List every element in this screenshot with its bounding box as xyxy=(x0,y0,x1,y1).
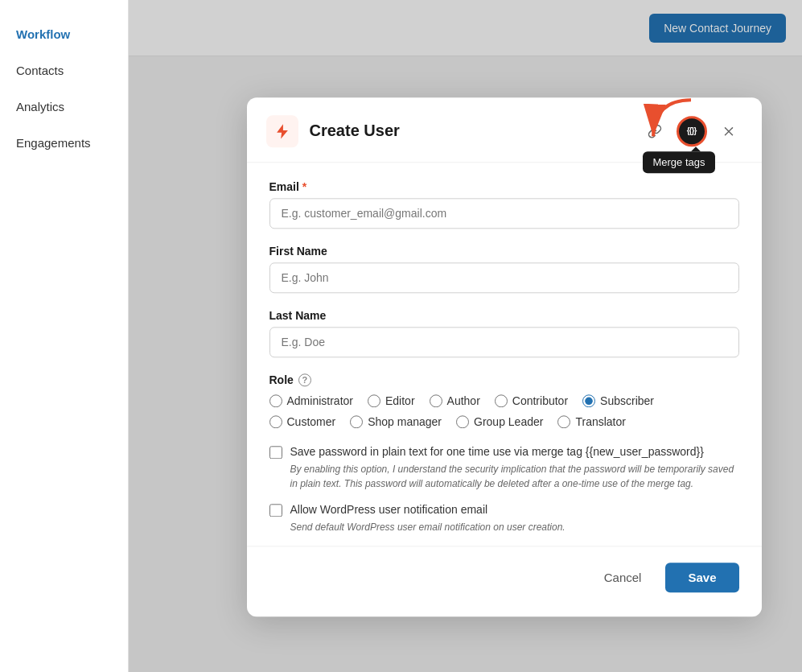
role-row-2: Customer Shop manager Group Leader Trans… xyxy=(269,415,739,428)
modal-header: Create User {{}} Merge tags xyxy=(247,97,762,163)
merge-tags-icon: {{}} xyxy=(687,126,697,135)
save-password-group: Save password in plain text for one time… xyxy=(269,444,739,491)
sidebar-label-contacts: Contacts xyxy=(16,64,64,77)
sidebar-item-workflow[interactable]: Workflow xyxy=(0,16,128,52)
role-author-label: Author xyxy=(447,394,480,407)
role-shopmanager-label: Shop manager xyxy=(368,415,442,428)
radio-groupleader[interactable] xyxy=(456,415,469,428)
firstname-input[interactable] xyxy=(269,262,739,293)
role-author[interactable]: Author xyxy=(430,394,480,407)
create-user-modal: Create User {{}} Merge tags xyxy=(247,97,762,616)
email-input[interactable] xyxy=(269,198,739,229)
radio-translator[interactable] xyxy=(557,415,570,428)
role-translator[interactable]: Translator xyxy=(557,415,626,428)
role-customer[interactable]: Customer xyxy=(269,415,336,428)
save-password-label-text: Save password in plain text for one time… xyxy=(290,445,704,458)
role-contributor-label: Contributor xyxy=(512,394,568,407)
sidebar-label-engagements: Engagements xyxy=(16,136,91,150)
role-shopmanager[interactable]: Shop manager xyxy=(350,415,442,428)
modal-title: Create User xyxy=(310,122,641,140)
sidebar-label-analytics: Analytics xyxy=(16,100,64,113)
save-password-checkbox[interactable] xyxy=(269,446,282,459)
cancel-button[interactable]: Cancel xyxy=(590,563,656,592)
modal-footer: Cancel Save xyxy=(247,546,762,592)
lastname-input[interactable] xyxy=(269,327,739,357)
firstname-label: First Name xyxy=(269,245,739,258)
merge-tags-container: {{}} Merge tags xyxy=(677,116,707,146)
role-help-icon[interactable]: ? xyxy=(298,373,311,386)
role-editor-label: Editor xyxy=(385,394,415,407)
link-icon xyxy=(648,124,662,138)
lightning-icon xyxy=(274,122,291,140)
role-section: Role ? Administrator Editor Author xyxy=(269,373,739,428)
role-subscriber-label: Subscriber xyxy=(600,394,654,407)
cancel-label: Cancel xyxy=(604,571,642,584)
required-indicator: * xyxy=(302,180,306,193)
email-label: Email * xyxy=(269,180,739,193)
allow-notification-desc: Send default WordPress user email notifi… xyxy=(290,520,566,534)
role-label: Role ? xyxy=(269,373,739,386)
save-password-label[interactable]: Save password in plain text for one time… xyxy=(290,445,704,458)
close-icon xyxy=(722,124,736,138)
allow-notification-checkbox[interactable] xyxy=(269,504,282,517)
role-groupleader[interactable]: Group Leader xyxy=(456,415,543,428)
lastname-group: Last Name xyxy=(269,309,739,357)
role-translator-label: Translator xyxy=(575,415,626,428)
allow-notification-label-text: Allow WordPress user notification email xyxy=(290,503,488,516)
radio-shopmanager[interactable] xyxy=(350,415,363,428)
role-contributor[interactable]: Contributor xyxy=(495,394,568,407)
radio-subscriber[interactable] xyxy=(582,394,595,407)
lastname-label: Last Name xyxy=(269,309,739,322)
role-label-text: Role xyxy=(269,373,294,386)
tooltip-text: Merge tags xyxy=(652,156,705,168)
email-label-text: Email xyxy=(269,180,299,193)
sidebar: Workflow Contacts Analytics Engagements xyxy=(0,0,129,672)
radio-author[interactable] xyxy=(430,394,442,407)
sidebar-label-workflow: Workflow xyxy=(16,27,70,41)
save-password-desc: By enabling this option, I understand th… xyxy=(290,462,739,491)
radio-customer[interactable] xyxy=(269,415,282,428)
role-administrator[interactable]: Administrator xyxy=(269,394,353,407)
role-administrator-label: Administrator xyxy=(287,394,353,407)
merge-tags-button[interactable]: {{}} xyxy=(677,116,707,146)
modal-actions: {{}} Merge tags xyxy=(641,116,742,146)
role-customer-label: Customer xyxy=(287,415,336,428)
link-button[interactable] xyxy=(641,117,668,145)
role-groupleader-label: Group Leader xyxy=(474,415,543,428)
allow-notification-label[interactable]: Allow WordPress user notification email xyxy=(290,503,488,516)
sidebar-item-analytics[interactable]: Analytics xyxy=(0,89,128,125)
modal-body: Email * First Name Last Name Role ? xyxy=(247,163,762,534)
email-group: Email * xyxy=(269,180,739,229)
firstname-group: First Name xyxy=(269,245,739,293)
modal-icon xyxy=(266,115,298,147)
save-label: Save xyxy=(688,571,716,584)
radio-editor[interactable] xyxy=(368,394,380,407)
close-button[interactable] xyxy=(715,117,742,145)
role-row-1: Administrator Editor Author Contributor … xyxy=(269,394,739,407)
sidebar-item-engagements[interactable]: Engagements xyxy=(0,125,128,161)
lastname-label-text: Last Name xyxy=(269,309,327,322)
role-subscriber[interactable]: Subscriber xyxy=(582,394,654,407)
radio-contributor[interactable] xyxy=(495,394,508,407)
allow-notification-group: Allow WordPress user notification email … xyxy=(269,502,739,534)
radio-administrator[interactable] xyxy=(269,394,282,407)
sidebar-item-contacts[interactable]: Contacts xyxy=(0,52,128,89)
merge-tags-tooltip: Merge tags xyxy=(643,151,714,173)
save-button[interactable]: Save xyxy=(665,563,738,592)
firstname-label-text: First Name xyxy=(269,245,327,258)
role-editor[interactable]: Editor xyxy=(368,394,415,407)
